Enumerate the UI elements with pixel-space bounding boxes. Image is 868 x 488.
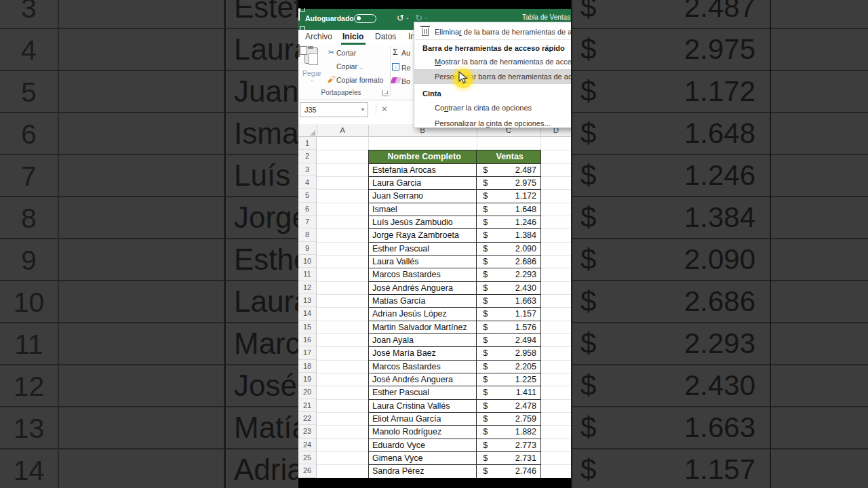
row-header-6[interactable]: 6 xyxy=(298,203,316,216)
cell-value[interactable]: $2.478 xyxy=(477,400,541,413)
tab-archivo[interactable]: Archivo xyxy=(305,32,332,41)
cell-name[interactable]: Adrian Jesús López xyxy=(369,308,477,321)
cell-value[interactable]: $2.494 xyxy=(477,334,541,347)
undo-icon[interactable]: ↺ xyxy=(397,13,404,23)
row-header-4[interactable]: 4 xyxy=(298,176,316,189)
select-all-corner[interactable] xyxy=(310,130,315,136)
clear-button[interactable]: Bo xyxy=(401,77,410,85)
row-header-15[interactable]: 15 xyxy=(298,321,316,333)
cell-value[interactable]: $2.746 xyxy=(477,465,541,478)
cell-value[interactable]: $2.090 xyxy=(477,243,541,256)
copy-chevron-icon[interactable]: ⌄ xyxy=(359,65,363,70)
cell-name[interactable]: Eliot Arnau García xyxy=(369,413,477,426)
cell-value[interactable]: $2.293 xyxy=(477,268,541,281)
row-header-7[interactable]: 7 xyxy=(298,216,316,228)
row-header-12[interactable]: 12 xyxy=(298,281,316,294)
save-icon[interactable] xyxy=(298,8,300,21)
row-header-9[interactable]: 9 xyxy=(298,242,316,255)
cell-name[interactable]: Marcos Bastardes xyxy=(369,361,477,373)
cell-name[interactable]: José María Baez xyxy=(369,347,477,360)
cell-value[interactable]: $1.576 xyxy=(477,321,541,334)
cell-value[interactable]: $1.663 xyxy=(477,295,541,308)
cell-value[interactable]: $1.157 xyxy=(477,308,541,321)
row-header-19[interactable]: 19 xyxy=(298,373,316,386)
cell-value[interactable]: $1.648 xyxy=(477,203,541,216)
paste-chevron-icon[interactable]: ⌄ xyxy=(302,77,321,83)
cell-name[interactable]: Estefania Arocas xyxy=(369,164,477,177)
cell-name[interactable]: Esther Pascual xyxy=(369,243,477,256)
cell-value[interactable]: $1.882 xyxy=(477,426,541,439)
cell-name[interactable]: Juan Serrano xyxy=(369,190,477,203)
fill-button[interactable]: Re xyxy=(401,64,410,72)
autosave-toggle[interactable] xyxy=(354,14,376,23)
cell-name[interactable]: Gimena Vyce xyxy=(369,452,477,465)
row-header-26[interactable]: 26 xyxy=(298,464,316,477)
row-header-1[interactable]: 1 xyxy=(298,137,316,150)
cell-name[interactable]: Jorge Raya Zambroeta xyxy=(369,229,477,242)
cell-name[interactable]: Matías García xyxy=(369,295,477,308)
name-box[interactable]: J35 ▾ xyxy=(300,102,368,117)
cell-value[interactable]: $2.686 xyxy=(477,256,541,268)
cell-name[interactable]: Sandra Pérez xyxy=(369,465,477,478)
cell-name[interactable]: Eduardo Vyce xyxy=(369,439,477,452)
row-header-18[interactable]: 18 xyxy=(298,360,316,373)
cell-name[interactable]: Ismael xyxy=(369,203,477,216)
column-header-A[interactable]: A xyxy=(340,126,345,134)
row-header-2[interactable]: 2 xyxy=(298,150,316,163)
cell-value[interactable]: $1.411 xyxy=(477,386,541,399)
row-header-23[interactable]: 23 xyxy=(298,425,316,438)
cell-name[interactable]: Laura Vallés xyxy=(369,256,477,268)
row-header-25[interactable]: 25 xyxy=(298,451,316,464)
row-header-20[interactable]: 20 xyxy=(298,386,316,399)
cell-name[interactable]: Luís Jesús Zambudio xyxy=(369,216,477,229)
cell-name[interactable]: José Andrés Anguera xyxy=(369,282,477,295)
menu-item-0[interactable]: Eliminar de la barra de herramientas de … xyxy=(414,24,571,39)
autosum-button[interactable]: Au xyxy=(401,49,410,57)
cell-name[interactable]: Laura Cristina Vallés xyxy=(369,400,477,413)
undo-chevron-icon[interactable]: ⌄ xyxy=(406,15,410,20)
menu-item-5[interactable]: Contraer la cinta de opciones xyxy=(414,100,571,115)
cell-value[interactable]: $1.246 xyxy=(477,216,541,229)
cell-value[interactable]: $2.773 xyxy=(477,439,541,452)
tab-inicio[interactable]: Inicio xyxy=(342,32,363,41)
cell-value[interactable]: $2.205 xyxy=(477,361,541,373)
row-header-16[interactable]: 16 xyxy=(298,333,316,346)
row-header-24[interactable]: 24 xyxy=(298,439,316,451)
format-painter-button[interactable]: Copiar formato xyxy=(336,76,383,84)
row-header-8[interactable]: 8 xyxy=(298,228,316,241)
cell-value[interactable]: $2.430 xyxy=(477,282,541,295)
cell-name[interactable]: Joan Ayala xyxy=(369,334,477,347)
menu-item-2[interactable]: Mostrar la barra de herramientas de acce… xyxy=(414,54,571,69)
cell-name[interactable]: Laura Garcia xyxy=(369,177,477,190)
cut-button[interactable]: Cortar xyxy=(336,49,356,57)
row-header-21[interactable]: 21 xyxy=(298,399,316,412)
cell-value[interactable]: $1.225 xyxy=(477,373,541,386)
cell-name[interactable]: Manolo Rodríguez xyxy=(369,426,477,439)
row-header-17[interactable]: 17 xyxy=(298,346,316,359)
cancel-entry-icon[interactable]: ✕ xyxy=(381,104,388,114)
cell-value[interactable]: $2.731 xyxy=(477,452,541,465)
cell-name[interactable]: Esther Pascual xyxy=(369,386,477,399)
cell-value[interactable]: $2.759 xyxy=(477,413,541,426)
cell-name[interactable]: José Andrés Anguera xyxy=(369,373,477,386)
menu-item-6[interactable]: Personalizar la cinta de opciones... xyxy=(414,116,571,128)
dialog-launcher-icon[interactable] xyxy=(382,90,389,96)
row-header-10[interactable]: 10 xyxy=(298,255,316,268)
name-box-dropdown-icon[interactable]: ▾ xyxy=(361,103,364,117)
cell-name[interactable]: Marcos Bastardes xyxy=(369,268,477,281)
cell-value[interactable]: $1.172 xyxy=(477,190,541,203)
tab-datos[interactable]: Datos xyxy=(375,32,396,41)
header-nombre-completo[interactable]: Nombre Completo xyxy=(369,150,477,163)
row-header-22[interactable]: 22 xyxy=(298,412,316,425)
row-header-13[interactable]: 13 xyxy=(298,294,316,307)
cell-value[interactable]: $2.487 xyxy=(477,164,541,177)
row-header-5[interactable]: 5 xyxy=(298,189,316,202)
cell-value[interactable]: $2.958 xyxy=(477,347,541,360)
row-header-11[interactable]: 11 xyxy=(298,268,316,281)
cell-value[interactable]: $1.384 xyxy=(477,229,541,242)
menu-item-3[interactable]: Personalizar barra de herramientas de ac… xyxy=(414,69,571,84)
copy-button[interactable]: Copiar ⌄ xyxy=(336,62,363,70)
header-ventas[interactable]: Ventas xyxy=(477,150,541,163)
row-header-14[interactable]: 14 xyxy=(298,307,316,320)
cell-value[interactable]: $2.975 xyxy=(477,177,541,190)
